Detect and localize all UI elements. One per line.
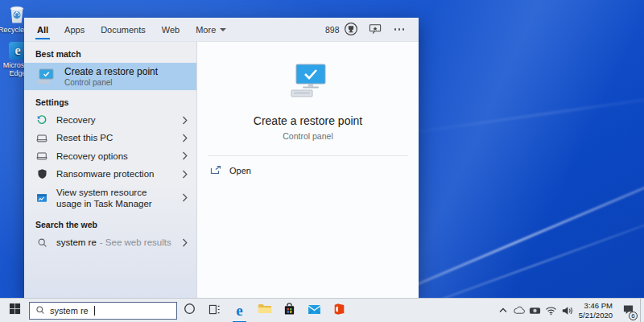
speaker-icon[interactable]	[559, 299, 576, 322]
result-web-search[interactable]: system re- See web results	[24, 233, 196, 251]
chevron-right-icon	[182, 238, 188, 247]
rewards-button[interactable]: 898	[325, 22, 358, 38]
result-task-manager-resource-usage[interactable]: View system resource usage in Task Manag…	[24, 184, 196, 213]
taskbar-app-office[interactable]	[327, 299, 352, 322]
mail-icon	[308, 303, 321, 318]
cortana-icon	[184, 303, 196, 318]
web-search-suffix: - See web results	[100, 237, 171, 247]
search-input-value: system re	[50, 306, 89, 316]
search-icon	[35, 305, 45, 316]
show-desktop-button[interactable]	[640, 299, 644, 322]
recovery-options-icon	[35, 151, 48, 161]
tab-more[interactable]: More	[196, 18, 226, 41]
task-view-icon	[208, 303, 221, 318]
tab-documents[interactable]: Documents	[101, 18, 146, 41]
best-match-subtitle: Control panel	[64, 78, 158, 87]
detail-subtitle: Control panel	[283, 131, 332, 141]
taskbar: system re e	[0, 298, 644, 322]
open-icon	[210, 165, 221, 176]
search-results-list: Best match Create a restore point Contro…	[24, 42, 197, 298]
search-tabs-bar: All Apps Documents Web More 898	[24, 18, 419, 42]
desktop: Recycle Bin e Microsoft Edge All Apps Do…	[0, 0, 644, 322]
result-recovery-options[interactable]: Recovery options	[24, 147, 196, 165]
system-restore-icon	[35, 68, 56, 85]
search-flyout-panel: All Apps Documents Web More 898	[24, 18, 419, 298]
store-icon	[283, 303, 295, 319]
best-match-title: Create a restore point	[64, 66, 158, 77]
file-explorer-icon	[258, 303, 272, 318]
shield-icon	[35, 168, 48, 180]
result-recovery[interactable]: Recovery	[24, 111, 196, 129]
chevron-right-icon	[182, 134, 188, 142]
result-best-match-create-restore-point[interactable]: Create a restore point Control panel	[24, 63, 196, 90]
tab-web[interactable]: Web	[162, 18, 180, 41]
action-center-button[interactable]: 6	[617, 299, 638, 322]
open-action-label: Open	[229, 166, 251, 175]
section-header-best-match: Best match	[24, 42, 196, 63]
start-button[interactable]	[0, 299, 29, 322]
result-ransomware-protection[interactable]: Ransomware protection	[24, 165, 196, 183]
taskbar-app-mail[interactable]	[302, 299, 327, 322]
tab-all[interactable]: All	[37, 18, 48, 41]
taskbar-app-file-explorer[interactable]	[252, 299, 277, 322]
task-manager-icon	[35, 193, 48, 203]
clock-time: 3:46 PM	[579, 301, 613, 310]
chevron-right-icon	[182, 170, 188, 179]
open-action[interactable]: Open	[197, 156, 419, 185]
clock-date: 5/21/2020	[579, 311, 613, 320]
feedback-icon[interactable]	[369, 23, 382, 36]
taskbar-app-store[interactable]	[277, 299, 302, 322]
wallpaper-light-beam	[388, 90, 644, 137]
system-restore-large-icon	[283, 63, 333, 103]
office-icon	[333, 303, 345, 319]
search-detail-pane: Create a restore point Control panel Ope…	[197, 42, 419, 298]
edge-icon: e	[236, 303, 242, 318]
wifi-icon[interactable]	[543, 299, 559, 322]
system-tray: 3:46 PM 5/21/2020 6	[495, 299, 644, 322]
notification-badge: 6	[629, 312, 638, 320]
detail-title: Create a restore point	[254, 114, 362, 127]
cortana-button[interactable]	[177, 299, 202, 322]
tab-apps[interactable]: Apps	[64, 18, 85, 41]
rewards-trophy-icon	[344, 22, 358, 38]
taskbar-search-input[interactable]: system re	[29, 302, 177, 320]
hidden-icons-chevron[interactable]	[495, 299, 511, 322]
search-header-actions: 898	[325, 22, 406, 38]
taskbar-app-edge[interactable]: e	[227, 299, 252, 322]
search-icon	[35, 237, 48, 248]
ellipsis-icon[interactable]	[393, 27, 407, 32]
reset-pc-icon	[35, 133, 48, 143]
device-icon[interactable]	[527, 299, 543, 322]
section-header-settings: Settings	[24, 90, 196, 111]
result-reset-this-pc[interactable]: Reset this PC	[24, 129, 196, 147]
task-view-button[interactable]	[202, 299, 227, 322]
section-header-search-the-web: Search the web	[24, 213, 196, 233]
text-caret	[94, 306, 95, 316]
onedrive-cloud-icon[interactable]	[511, 299, 527, 322]
recovery-icon	[35, 114, 48, 126]
taskbar-clock[interactable]: 3:46 PM 5/21/2020	[579, 301, 613, 320]
chevron-down-icon	[220, 28, 226, 31]
chevron-right-icon	[182, 151, 188, 160]
rewards-count: 898	[325, 25, 340, 35]
windows-logo-icon	[9, 303, 21, 318]
chevron-right-icon	[182, 116, 188, 125]
web-search-query: system re	[56, 237, 97, 247]
chevron-right-icon	[182, 193, 188, 202]
